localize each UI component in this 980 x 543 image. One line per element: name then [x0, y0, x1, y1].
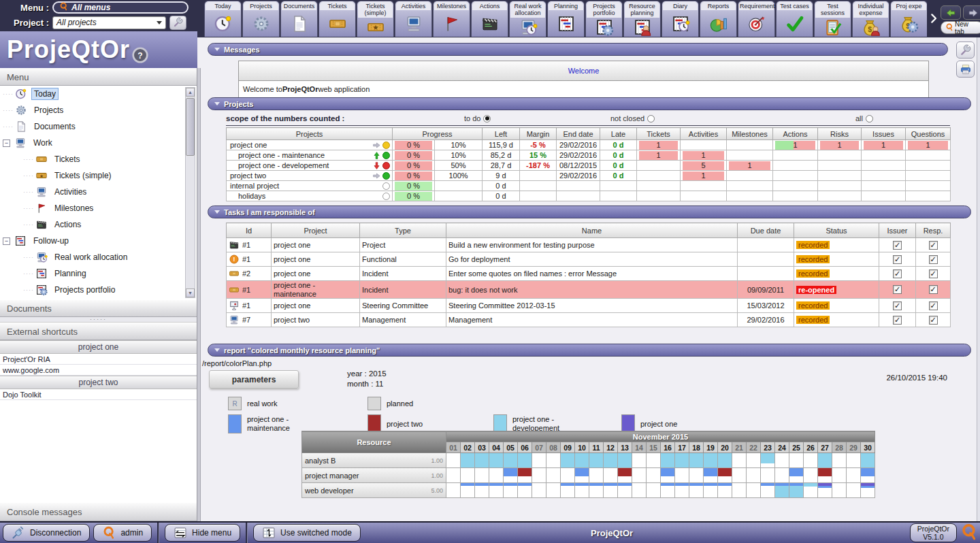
sidebar-item-today[interactable]: ····Today — [0, 86, 197, 102]
checkbox[interactable]: ✓ — [929, 255, 938, 264]
toolbar-tab-milestones[interactable]: Milestones — [433, 1, 470, 37]
project-settings-button[interactable] — [169, 16, 186, 30]
column-header-questions[interactable]: Questions — [906, 128, 951, 140]
menu-panel-header[interactable]: Menu — [0, 68, 197, 86]
help-icon[interactable]: ? — [131, 46, 149, 65]
column-header-resp[interactable]: Resp. — [916, 223, 951, 238]
scrollbar[interactable] — [977, 37, 980, 521]
toolbar-tab-test-sessions[interactable]: Test sessions — [814, 1, 851, 37]
toolbar-tab-tickets-simple[interactable]: Tickets (simple)★ — [357, 1, 394, 37]
toolbar-tab-activities[interactable]: Activities — [395, 1, 432, 37]
column-header-progress[interactable]: Progress — [393, 128, 483, 140]
column-header-tickets[interactable]: Tickets — [637, 128, 681, 140]
chevron-right-icon[interactable] — [928, 13, 939, 25]
radio-button[interactable] — [866, 115, 873, 122]
table-row[interactable]: project two0 %100%9 d29/02/20160 d1 — [227, 171, 951, 181]
scrollbar[interactable]: ▲▼ — [185, 87, 195, 298]
column-header-status[interactable]: Status — [794, 223, 879, 238]
sidebar-item-planning[interactable]: ····Planning — [0, 265, 197, 282]
column-header-activities[interactable]: Activities — [681, 128, 727, 140]
shortcut-group-project-two[interactable]: project two — [0, 376, 197, 389]
column-header-left[interactable]: Left — [483, 128, 520, 140]
toolbar-tab-proj-expe[interactable]: Proj expe$ — [890, 1, 927, 37]
checkbox[interactable]: ✓ — [893, 301, 902, 310]
forward-button[interactable] — [963, 5, 980, 20]
documents-panel-header[interactable]: Documents — [0, 299, 197, 317]
sidebar-item-real-work-allocation[interactable]: ····Real work allocation — [0, 249, 197, 265]
column-header-due-date[interactable]: Due date — [738, 223, 794, 238]
sidebar-item-activities[interactable]: ····Activities — [0, 184, 197, 200]
sidebar-item-tickets-simple[interactable]: ····★Tickets (simple) — [0, 167, 197, 184]
checkbox[interactable]: ✓ — [929, 285, 938, 294]
toolbar-tab-tickets[interactable]: Tickets — [318, 1, 356, 37]
checkbox[interactable]: ✓ — [893, 241, 902, 250]
checkbox[interactable]: ✓ — [929, 301, 938, 310]
version-badge[interactable]: ProjeQtOr V5.1.0 — [910, 523, 957, 542]
radio-button[interactable] — [483, 115, 491, 122]
toolbar-tab-resource-planning[interactable]: Resource planning — [623, 1, 661, 37]
table-row[interactable]: #7project twoManagementManagement29/02/2… — [227, 313, 951, 327]
message-title-link[interactable]: Welcome — [239, 61, 928, 81]
checkbox[interactable]: ✓ — [929, 269, 938, 278]
column-header-name[interactable]: Name — [446, 223, 738, 238]
new-tab-button[interactable]: New tab — [941, 21, 980, 34]
edit-button[interactable] — [956, 42, 975, 59]
sidebar-item-tickets[interactable]: ····Tickets — [0, 151, 197, 167]
toolbar-tab-planning[interactable]: Planning — [547, 1, 585, 37]
console-panel-header[interactable]: Console messages — [0, 502, 197, 521]
column-header-late[interactable]: Late — [600, 128, 637, 140]
sidebar-item-milestones[interactable]: ····Milestones — [0, 200, 197, 216]
table-row[interactable]: holidays0 %0 d — [227, 191, 951, 201]
table-row[interactable]: project one0 %10%115,9 d-5 %29/02/20160 … — [227, 140, 951, 150]
project-select[interactable]: All projects — [52, 16, 166, 29]
toolbar-tab-reports[interactable]: Reports — [700, 1, 737, 37]
table-row[interactable]: project one - developement0 %50%28,7 d-1… — [227, 161, 951, 171]
menu-selector[interactable]: All menus — [52, 1, 189, 14]
toolbar-tab-projects-portfolio[interactable]: Projects portfolio — [585, 1, 623, 37]
table-row[interactable]: #1project one - maintenanceIncidentbug: … — [227, 281, 951, 299]
checkbox[interactable]: ✓ — [929, 241, 938, 250]
column-header-projects[interactable]: Projects — [227, 128, 393, 140]
scope-option-all[interactable]: all — [855, 114, 873, 122]
checkbox[interactable]: ✓ — [893, 269, 902, 278]
back-button[interactable] — [941, 5, 961, 20]
toolbar-tab-projects[interactable]: Projects — [242, 1, 280, 37]
table-row[interactable]: internal project0 %0 d — [227, 181, 951, 191]
tasks-panel-header[interactable]: Tasks I am responsible of — [208, 205, 971, 218]
scrollbar-thumb[interactable] — [186, 98, 195, 156]
table-row[interactable]: #2project oneIncidentEnter some quotes o… — [227, 267, 951, 281]
toolbar-tab-today[interactable]: Today — [204, 1, 242, 37]
radio-button[interactable] — [647, 115, 655, 122]
column-header-end-date[interactable]: End date — [557, 128, 600, 140]
checkbox[interactable]: ✓ — [893, 285, 902, 294]
column-header-risks[interactable]: Risks — [818, 128, 862, 140]
scroll-up-icon[interactable]: ▲ — [186, 88, 195, 97]
toolbar-tab-diary[interactable]: Diary — [662, 1, 699, 37]
parameters-button[interactable]: parameters — [209, 370, 299, 389]
table-row[interactable]: !#1project oneFunctionalGo for deploymen… — [227, 252, 951, 267]
table-row[interactable]: #1project oneProjectBuild a new environm… — [227, 238, 951, 252]
column-header-id[interactable]: Id — [227, 223, 272, 238]
scroll-down-icon[interactable]: ▼ — [186, 289, 195, 297]
sidebar-item-actions[interactable]: ····Actions — [0, 216, 197, 233]
column-header-milestones[interactable]: Milestones — [727, 128, 773, 140]
shortcut-link-project-or-ria[interactable]: Project'Or RIA — [0, 354, 197, 365]
admin-button[interactable]: admin — [93, 524, 152, 542]
shortcut-group-project-one[interactable]: project one — [0, 340, 197, 354]
column-header-margin[interactable]: Margin — [520, 128, 557, 140]
table-row[interactable]: project one - maintenance0 %10%85,2 d15 … — [227, 150, 951, 161]
scope-option-to-do[interactable]: to do — [464, 114, 491, 122]
messages-panel-header[interactable]: Messages — [208, 43, 948, 56]
use-switched-mode-button[interactable]: Use switched mode — [253, 524, 361, 542]
shortcut-link-dojo-toolkit[interactable]: Dojo Toolkit — [0, 389, 197, 400]
checkbox[interactable]: ✓ — [893, 255, 902, 264]
collapse-toggle[interactable]: − — [3, 139, 10, 147]
toolbar-tab-individual-expense[interactable]: Individual expense$ — [852, 1, 889, 37]
toolbar-tab-test-cases[interactable]: Test cases — [776, 1, 813, 37]
column-header-type[interactable]: Type — [360, 223, 446, 238]
print-button[interactable] — [956, 61, 975, 78]
checkbox[interactable]: ✓ — [893, 316, 902, 325]
shortcuts-panel-header[interactable]: External shortcuts — [0, 323, 197, 340]
table-row[interactable]: #1project oneSteering CommitteeSteering … — [227, 299, 951, 313]
panel-splitter[interactable]: ····· — [0, 317, 197, 323]
